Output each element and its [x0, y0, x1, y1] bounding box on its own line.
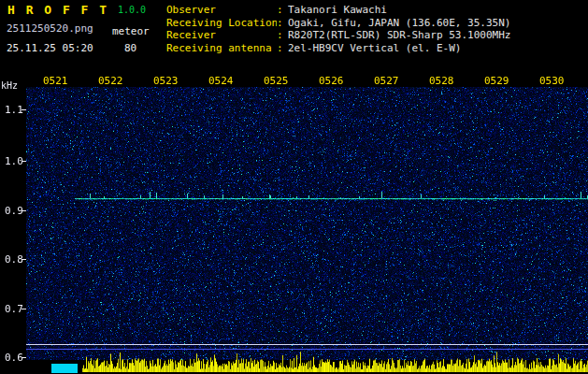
freq-tick-label: 0.6 [5, 352, 23, 364]
header: H R O F F T 1.0.0 2511250520.png meteor … [0, 0, 588, 73]
observation-mode: meteor [112, 25, 150, 37]
time-tick-label: 0523 [153, 75, 179, 87]
time-tick-label: 0524 [208, 75, 234, 87]
info-row-antenna: Receiving antenna : 2el-HB9CV Vertical (… [166, 42, 510, 55]
info-value: Takanori Kawachi [288, 4, 387, 17]
time-tick-label: 0521 [43, 75, 68, 87]
time-tick-label: 0526 [319, 75, 344, 87]
freq-tick-label: 0.7 [5, 303, 23, 315]
info-value: Ogaki, Gifu, JAPAN (136.60E, 35.35N) [288, 17, 510, 30]
time-tick-label: 0527 [374, 75, 399, 87]
info-colon: : [277, 29, 288, 42]
freq-tick-label: 1.0 [5, 155, 23, 167]
info-value: R820T2(RTL-SDR) SDR-Sharp 53.1000MHz [288, 29, 510, 42]
info-row-location: Receiving Location : Ogaki, Gifu, JAPAN … [166, 17, 510, 30]
info-row-receiver: Receiver : R820T2(RTL-SDR) SDR-Sharp 53.… [166, 29, 510, 42]
info-colon: : [277, 17, 288, 30]
time-tick-label: 0522 [98, 75, 123, 87]
info-label: Receiving antenna [166, 42, 277, 55]
spectrogram-canvas [0, 73, 588, 374]
time-tick-label: 0530 [539, 75, 565, 87]
info-label: Receiver [166, 29, 277, 42]
info-row-observer: Observer : Takanori Kawachi [166, 4, 510, 17]
station-info: Observer : Takanori Kawachi Receiving Lo… [166, 4, 510, 54]
info-label: Observer [166, 4, 277, 17]
info-colon: : [277, 4, 288, 17]
hrofft-output: H R O F F T 1.0.0 2511250520.png meteor … [0, 0, 588, 374]
time-tick-label: 0529 [484, 75, 509, 87]
frequency-unit-label: kHz [1, 80, 18, 91]
freq-tick-label: 0.9 [5, 205, 23, 217]
level-param: 80 [124, 42, 136, 54]
app-title: H R O F F T [7, 3, 108, 17]
output-filename: 2511250520.png [7, 22, 93, 35]
time-tick-label: 0525 [264, 75, 289, 87]
app-version: 1.0.0 [118, 5, 146, 15]
info-label: Receiving Location [166, 17, 277, 30]
info-colon: : [277, 42, 288, 55]
info-value: 2el-HB9CV Vertical (el. E-W) [288, 42, 461, 55]
freq-tick-label: 1.1 [5, 104, 23, 116]
observation-datetime: 25.11.25 05:20 [7, 42, 93, 54]
time-tick-label: 0528 [429, 75, 454, 87]
freq-tick-label: 0.8 [5, 253, 23, 266]
